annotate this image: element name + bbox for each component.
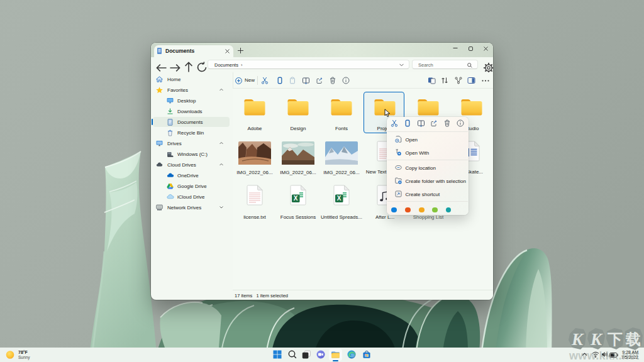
- svg-text:下: 下: [607, 331, 623, 348]
- svg-text:K: K: [590, 330, 603, 349]
- svg-text:X: X: [337, 195, 341, 202]
- svg-text:载: 载: [625, 331, 641, 348]
- svg-text:X: X: [294, 195, 298, 202]
- svg-text:K: K: [571, 330, 584, 349]
